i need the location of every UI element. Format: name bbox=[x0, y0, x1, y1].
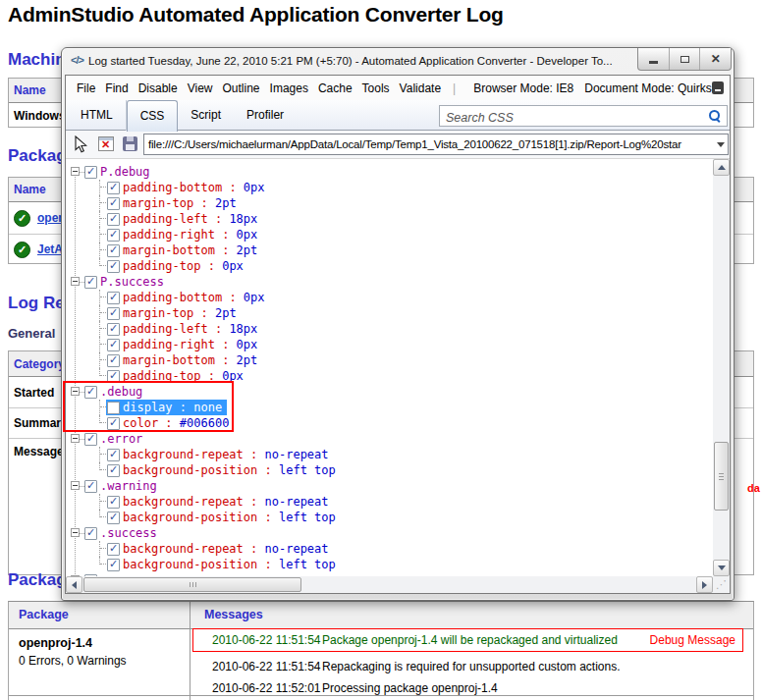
rule-checkbox[interactable]: ✓ bbox=[84, 480, 97, 493]
clear-red-x-icon[interactable] bbox=[98, 136, 114, 151]
tree-prop-padding-top[interactable]: ✓padding-top : 0px bbox=[66, 258, 713, 274]
window-titlebar[interactable]: </> Log started Tuesday, June 22, 2010 5… bbox=[62, 48, 734, 75]
column-header-package: Package bbox=[19, 608, 69, 621]
message-timestamp: 2010-06-22 11:51:54 bbox=[212, 629, 322, 651]
menu-item-tools[interactable]: Tools bbox=[357, 81, 395, 95]
maximize-button[interactable] bbox=[669, 48, 700, 70]
property-label: padding-left : 18px bbox=[123, 212, 257, 226]
property-checkbox[interactable]: ✓ bbox=[107, 323, 120, 336]
tree-prop-padding-right[interactable]: ✓padding-right : 0px bbox=[66, 227, 713, 242]
browser-mode-label[interactable]: Browser Mode: IE8 bbox=[473, 81, 573, 95]
tree-prop-padding-left[interactable]: ✓padding-left : 18px bbox=[66, 211, 713, 227]
bottom-table-header bbox=[9, 602, 753, 629]
menu-bar: FileFindDisableViewOutlineImagesCacheToo… bbox=[66, 76, 730, 100]
pin-window-icon[interactable] bbox=[712, 81, 724, 94]
search-input[interactable] bbox=[440, 106, 711, 128]
tab-script[interactable]: Script bbox=[178, 100, 234, 131]
message-text: Package openproj-1.4 will be repackaged … bbox=[322, 633, 618, 647]
property-checkbox[interactable]: ✓ bbox=[107, 197, 120, 210]
tab-profiler[interactable]: Profiler bbox=[234, 100, 297, 131]
vertical-scrollbar[interactable] bbox=[713, 159, 730, 576]
tree-prop-padding-right[interactable]: ✓padding-right : 0px bbox=[66, 337, 713, 352]
scroll-left-button[interactable] bbox=[66, 576, 82, 593]
tree-prop-padding-left[interactable]: ✓padding-left : 18px bbox=[66, 321, 713, 337]
tree-node-P.debug[interactable]: ✓P.debug bbox=[66, 164, 713, 180]
document-mode-label[interactable]: Document Mode: Quirks bbox=[584, 81, 711, 95]
address-bar[interactable]: file:///C:/Users/michaelurman/AppData/Lo… bbox=[143, 134, 729, 155]
address-dropdown-icon[interactable] bbox=[713, 134, 729, 155]
rule-checkbox[interactable]: ✓ bbox=[84, 433, 97, 446]
property-checkbox[interactable]: ✓ bbox=[107, 339, 120, 351]
search-icon[interactable] bbox=[708, 109, 722, 123]
scroll-up-button[interactable] bbox=[713, 159, 730, 176]
property-checkbox[interactable]: ✓ bbox=[107, 512, 120, 524]
tree-prop-margin-bottom[interactable]: ✓margin-bottom : 2pt bbox=[66, 242, 713, 258]
property-checkbox[interactable]: ✓ bbox=[107, 559, 120, 571]
menu-item-images[interactable]: Images bbox=[265, 81, 313, 95]
collapse-icon[interactable] bbox=[71, 167, 80, 176]
property-checkbox[interactable]: ✓ bbox=[107, 182, 120, 194]
horizontal-scroll-thumb[interactable] bbox=[83, 577, 301, 592]
maximize-icon bbox=[680, 56, 689, 63]
menu-item-disable[interactable]: Disable bbox=[134, 81, 183, 95]
tree-prop-background-position[interactable]: ✓background-position : left top bbox=[66, 510, 713, 525]
property-checkbox[interactable]: ✓ bbox=[107, 449, 120, 461]
tree-prop-background-repeat[interactable]: ✓background-repeat : no-repeat bbox=[66, 447, 713, 462]
menu-item-cache[interactable]: Cache bbox=[313, 81, 357, 95]
menu-item-outline[interactable]: Outline bbox=[218, 81, 265, 95]
close-button[interactable]: ✕ bbox=[699, 48, 731, 70]
select-element-cursor-icon[interactable] bbox=[72, 135, 87, 157]
property-checkbox[interactable]: ✓ bbox=[107, 543, 120, 556]
tree-prop-background-repeat[interactable]: ✓background-repeat : no-repeat bbox=[66, 541, 713, 557]
property-label: background-repeat : no-repeat bbox=[123, 542, 329, 556]
rule-checkbox[interactable]: ✓ bbox=[84, 276, 97, 289]
property-checkbox[interactable]: ✓ bbox=[107, 464, 120, 477]
property-checkbox[interactable]: ✓ bbox=[107, 244, 120, 257]
menu-items: FileFindDisableViewOutlineImagesCacheToo… bbox=[72, 81, 446, 95]
vertical-scroll-thumb[interactable] bbox=[714, 442, 729, 511]
property-checkbox[interactable]: ✓ bbox=[107, 496, 120, 509]
rule-checkbox[interactable]: ✓ bbox=[84, 166, 97, 179]
tree-node-.success[interactable]: ✓.success bbox=[66, 525, 713, 541]
collapse-icon[interactable] bbox=[71, 277, 80, 286]
menu-item-validate[interactable]: Validate bbox=[395, 81, 446, 95]
tree-prop-background-position[interactable]: ✓background-position : left top bbox=[66, 462, 713, 478]
property-checkbox[interactable]: ✓ bbox=[107, 354, 120, 367]
tab-css[interactable]: CSS bbox=[127, 100, 179, 132]
tree-node-.warning[interactable]: ✓.warning bbox=[66, 478, 713, 494]
property-checkbox[interactable]: ✓ bbox=[107, 229, 120, 242]
tree-prop-background-position[interactable]: ✓background-position : left top bbox=[66, 557, 713, 572]
search-box bbox=[439, 105, 728, 127]
tree-prop-margin-bottom[interactable]: ✓margin-bottom : 2pt bbox=[66, 352, 713, 368]
tree-prop-background-repeat[interactable]: ✓background-repeat : no-repeat bbox=[66, 494, 713, 510]
horizontal-scrollbar[interactable] bbox=[66, 576, 713, 593]
selector-label: P.success bbox=[100, 275, 164, 289]
collapse-icon[interactable] bbox=[71, 434, 80, 443]
scroll-right-button[interactable] bbox=[696, 576, 713, 593]
tree-prop-margin-top[interactable]: ✓margin-top : 2pt bbox=[66, 305, 713, 321]
page-title: AdminStudio Automated Application Conver… bbox=[8, 3, 504, 27]
tree-node-.error[interactable]: ✓.error bbox=[66, 431, 713, 447]
save-icon[interactable] bbox=[123, 136, 137, 151]
collapse-icon[interactable] bbox=[71, 481, 80, 490]
rule-checkbox[interactable]: ✓ bbox=[84, 527, 97, 540]
tree-node-P.success[interactable]: ✓P.success bbox=[66, 274, 713, 290]
scroll-down-button[interactable] bbox=[713, 560, 730, 576]
tree-prop-margin-top[interactable]: ✓margin-top : 2pt bbox=[66, 195, 713, 211]
collapse-icon[interactable] bbox=[71, 575, 80, 576]
collapse-icon[interactable] bbox=[71, 528, 80, 537]
menu-item-view[interactable]: View bbox=[183, 81, 218, 95]
tree-prop-padding-bottom[interactable]: ✓padding-bottom : 0px bbox=[66, 180, 713, 195]
menu-item-file[interactable]: File bbox=[72, 81, 100, 95]
menu-item-find[interactable]: Find bbox=[100, 81, 133, 95]
property-checkbox[interactable]: ✓ bbox=[107, 292, 120, 304]
tab-html[interactable]: HTML bbox=[68, 100, 127, 131]
property-checkbox[interactable]: ✓ bbox=[107, 260, 120, 273]
success-check-icon: ✓ bbox=[14, 242, 30, 258]
property-checkbox[interactable]: ✓ bbox=[107, 213, 120, 226]
property-checkbox[interactable]: ✓ bbox=[107, 307, 120, 320]
tree-prop-padding-bottom[interactable]: ✓padding-bottom : 0px bbox=[66, 290, 713, 305]
column-header-messages: Messages bbox=[204, 608, 263, 621]
minimize-button[interactable] bbox=[638, 48, 669, 70]
resize-grip[interactable]: ⋰ bbox=[713, 576, 730, 593]
